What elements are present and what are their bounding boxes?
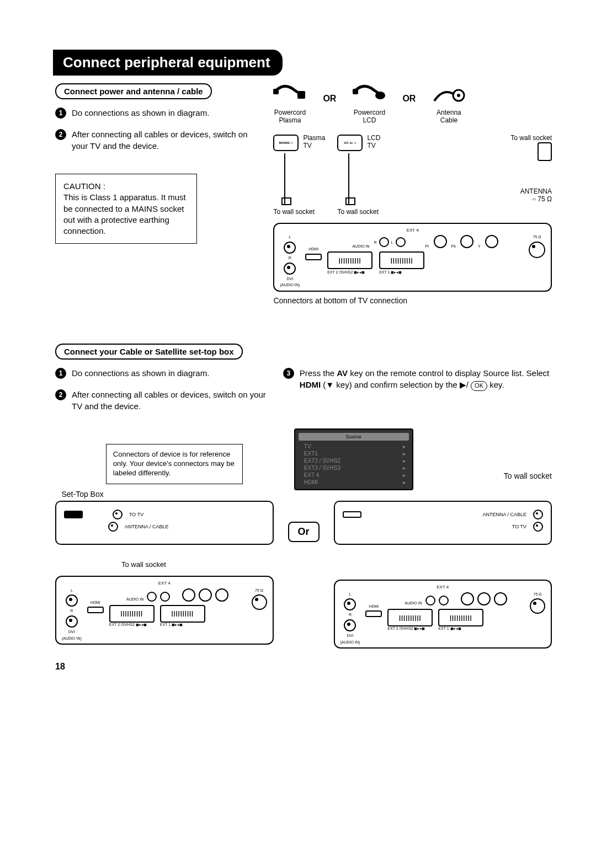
wall-label-3: To wall socket xyxy=(510,135,552,142)
source-item: EXT3 / SVHS3▸ xyxy=(299,464,409,471)
pr-jack-r xyxy=(344,619,356,631)
acin-plug: AC in ∼ xyxy=(337,135,363,151)
section2-step1: Do connections as shown in diagram. xyxy=(72,367,267,379)
stb-hdmi-left xyxy=(64,511,83,518)
or-2: OR xyxy=(402,94,416,104)
stb-totv-label: TO TV xyxy=(129,512,143,517)
pr-rca-pr xyxy=(461,592,474,606)
antenna-cable-icon xyxy=(432,83,465,108)
scart-ext2-lbl: EXT 2 /SVHS2 ◼▸◂◼ xyxy=(327,270,372,275)
pr-ant-jack xyxy=(530,598,545,614)
s2-step-num-1: 1 xyxy=(55,368,66,379)
step-num-1: 1 xyxy=(55,108,66,119)
stb-coax-ant-left xyxy=(108,522,118,532)
pr-hdmi: HDMI xyxy=(369,604,379,609)
section1-heading: Connect power and antenna / cable xyxy=(55,83,212,99)
source-item: HDMI▸ xyxy=(299,479,409,486)
pl-rca2 xyxy=(160,592,170,602)
pr-audioin: AUDIO IN xyxy=(405,601,422,606)
cord-lcd xyxy=(348,153,380,204)
panel-ext4-b1: EXT 4 xyxy=(62,581,267,586)
pl-rca-y xyxy=(215,588,228,602)
pr-jack-l xyxy=(344,598,356,610)
scart-ext2 xyxy=(327,251,372,269)
stb-ant-label: ANTENNA / CABLE xyxy=(125,524,169,529)
powercord-lcd-icon xyxy=(353,83,386,108)
pr-rca-pb xyxy=(477,592,491,606)
rca-pr xyxy=(434,235,447,248)
panel-ext4: EXT 4 xyxy=(280,228,545,233)
pr-dvi: DVI xyxy=(347,634,354,638)
pl-rca1 xyxy=(147,592,157,602)
powercord-plasma-icon xyxy=(273,83,306,108)
cord-plasma xyxy=(284,153,325,204)
s2-step-num-2: 2 xyxy=(55,389,66,400)
jack-l: L xyxy=(289,235,291,239)
rca-l: L xyxy=(391,240,393,245)
scart-ext1 xyxy=(379,251,424,269)
page-number: 18 xyxy=(55,662,552,672)
section2-step2: After connecting all cables or devices, … xyxy=(72,389,267,412)
svg-rect-1 xyxy=(273,89,279,94)
rca-pb xyxy=(460,235,473,248)
tv-panel-right: EXT 4 L R DVI (AUDIO IN) HDMI xyxy=(334,580,552,649)
pr-l: L xyxy=(349,592,351,597)
pr-rca1 xyxy=(425,596,435,606)
rca-audio-l xyxy=(396,237,406,247)
pl-jack-l xyxy=(66,594,78,607)
stb-left: TO TV ANTENNA / CABLE xyxy=(55,501,274,545)
source-item: EXT1▸ xyxy=(299,450,409,457)
rca-r: R xyxy=(374,240,377,245)
pr-hdmi-slot xyxy=(365,610,382,617)
step-num-2: 2 xyxy=(55,129,66,140)
svg-point-5 xyxy=(457,94,460,97)
pr-scart1 xyxy=(438,609,483,626)
caution-label: CAUTION : xyxy=(63,181,105,191)
cable3-l1: Antenna xyxy=(437,109,461,116)
panel-ext4-b2: EXT 4 xyxy=(340,585,546,590)
cable1-l2: Plasma xyxy=(279,116,301,124)
pl-scart2 xyxy=(109,605,155,623)
wall-label-2: To wall socket xyxy=(337,208,380,216)
pr-scart1-l: EXT 1 ◼▸◂◼ xyxy=(438,626,483,631)
wall-label-1: To wall socket xyxy=(273,208,325,216)
panel-ohm: 75 Ω xyxy=(533,235,541,239)
cable2-l1: Powercord xyxy=(354,109,385,116)
pl-hdmi: HDMI xyxy=(91,601,100,605)
antenna-plug xyxy=(538,142,552,161)
pl-jack-r xyxy=(66,615,78,628)
tv-connector-panel: EXT 4 L R DVI (AUDIO IN) HDMI xyxy=(273,223,552,292)
cable-icon-row: PowercordPlasma OR PowercordLCD OR Anten… xyxy=(273,83,552,125)
section1-step1: Do connections as shown in diagram. xyxy=(72,107,257,119)
pr-ohm: 75 Ω xyxy=(534,592,542,597)
stb-label: Set-Top Box xyxy=(61,490,266,499)
panel-audio-in: AUDIO IN xyxy=(352,244,369,249)
jack-audio-in-sub: (AUDIO IN) xyxy=(280,283,300,287)
svg-point-2 xyxy=(375,92,385,99)
stb-coax-totv-left xyxy=(113,510,123,519)
lcd-tv-label: LCDTV xyxy=(367,135,380,150)
pl-hdmi-slot xyxy=(87,607,104,613)
section1-step2: After connecting all cables or devices, … xyxy=(72,128,257,152)
mains-plug: MAINS ∼ xyxy=(273,135,299,151)
pl-scart1 xyxy=(160,605,205,623)
or-box: Or xyxy=(288,522,320,542)
pl-scart2-l: EXT 2 /SVHS2 ◼▸◂◼ xyxy=(109,623,155,627)
jack-audio-r xyxy=(284,262,296,275)
stb-left-wall: To wall socket xyxy=(121,561,274,569)
pl-dvi: DVI xyxy=(68,630,75,634)
section2-heading: Connect your Cable or Satellite set-top … xyxy=(55,344,243,360)
or-1: OR xyxy=(323,94,336,104)
tv-panel-left: EXT 4 L R DVI (AUDIO IN) HDMI xyxy=(55,576,274,645)
connector-note: Connectors of device is for reference on… xyxy=(106,444,243,484)
cable2-l2: LCD xyxy=(363,116,376,124)
pr-rca-y xyxy=(494,592,507,606)
hdmi-slot xyxy=(305,254,322,260)
rca-pb-l: Pb xyxy=(451,244,456,249)
pr-ain: (AUDIO IN) xyxy=(340,640,360,645)
plasma-tv-label: PlasmaTV xyxy=(303,135,325,150)
rca-y-l: Y xyxy=(478,244,481,249)
pr-scart2-l: EXT 2 /SVHS2 ◼▸◂◼ xyxy=(387,626,433,631)
ok-key-pill: OK xyxy=(471,381,487,390)
pl-scart1-l: EXT 1 ◼▸◂◼ xyxy=(160,623,205,627)
